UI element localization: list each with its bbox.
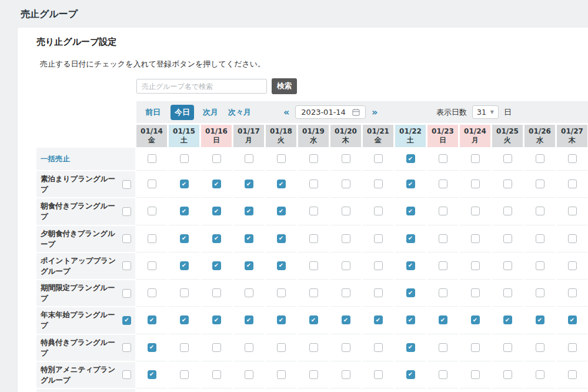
date-checkbox[interactable] [471, 343, 480, 352]
date-checkbox[interactable] [503, 370, 512, 379]
date-checkbox[interactable]: ✔ [406, 370, 415, 379]
date-checkbox[interactable] [536, 234, 544, 243]
date-checkbox[interactable] [471, 207, 480, 215]
date-checkbox[interactable] [471, 261, 480, 270]
search-input[interactable] [136, 79, 267, 94]
date-checkbox[interactable]: ✔ [439, 315, 447, 324]
date-checkbox[interactable]: ✔ [406, 154, 415, 163]
date-checkbox[interactable]: ✔ [212, 315, 221, 324]
date-checkbox[interactable] [536, 180, 544, 188]
date-checkbox[interactable] [342, 288, 350, 297]
next-next-month-link[interactable]: 次々月 [228, 107, 251, 118]
date-checkbox[interactable] [309, 343, 318, 352]
date-checkbox[interactable] [503, 207, 512, 215]
date-checkbox[interactable]: ✔ [471, 315, 480, 324]
date-checkbox[interactable] [309, 154, 318, 163]
date-checkbox[interactable] [148, 154, 156, 163]
date-checkbox[interactable] [568, 154, 577, 163]
row-select-checkbox[interactable] [122, 289, 131, 298]
date-checkbox[interactable]: ✔ [277, 261, 286, 270]
display-days-select[interactable]: 31 ▼ [472, 105, 499, 119]
date-checkbox[interactable]: ✔ [568, 315, 577, 324]
date-checkbox[interactable] [148, 207, 156, 215]
date-checkbox[interactable] [342, 154, 350, 163]
date-checkbox[interactable] [212, 288, 221, 297]
date-checkbox[interactable] [180, 154, 189, 163]
date-checkbox[interactable] [309, 180, 318, 188]
date-checkbox[interactable] [503, 288, 512, 297]
date-checkbox[interactable]: ✔ [245, 315, 253, 324]
date-checkbox[interactable] [277, 288, 286, 297]
date-checkbox[interactable]: ✔ [406, 207, 415, 215]
date-checkbox[interactable] [439, 154, 447, 163]
date-checkbox[interactable]: ✔ [180, 207, 189, 215]
date-checkbox[interactable] [342, 234, 350, 243]
date-checkbox[interactable] [342, 370, 350, 379]
date-checkbox[interactable]: ✔ [277, 234, 286, 243]
date-checkbox[interactable] [439, 370, 447, 379]
date-checkbox[interactable] [374, 207, 383, 215]
date-checkbox[interactable] [536, 261, 544, 270]
chevron-left-icon[interactable]: « [283, 107, 289, 118]
date-checkbox[interactable]: ✔ [212, 261, 221, 270]
date-checkbox[interactable] [439, 261, 447, 270]
date-checkbox[interactable] [342, 207, 350, 215]
date-checkbox[interactable]: ✔ [406, 343, 415, 352]
date-checkbox[interactable] [439, 207, 447, 215]
date-checkbox[interactable] [148, 180, 156, 188]
date-checkbox[interactable]: ✔ [245, 234, 253, 243]
date-checkbox[interactable] [212, 154, 221, 163]
date-checkbox[interactable] [439, 180, 447, 188]
row-select-checkbox[interactable]: ✔ [122, 316, 131, 325]
date-checkbox[interactable] [471, 180, 480, 188]
row-select-checkbox[interactable] [122, 343, 131, 352]
date-checkbox[interactable] [503, 234, 512, 243]
date-checkbox[interactable] [342, 261, 350, 270]
date-checkbox[interactable] [374, 370, 383, 379]
date-checkbox[interactable]: ✔ [148, 315, 156, 324]
date-checkbox[interactable]: ✔ [406, 234, 415, 243]
date-checkbox[interactable]: ✔ [406, 180, 415, 188]
row-select-checkbox[interactable] [122, 261, 131, 270]
date-checkbox[interactable] [503, 180, 512, 188]
date-checkbox[interactable]: ✔ [212, 207, 221, 215]
date-checkbox[interactable] [568, 180, 577, 188]
date-checkbox[interactable] [212, 370, 221, 379]
date-checkbox[interactable] [568, 343, 577, 352]
date-checkbox[interactable] [568, 207, 577, 215]
date-checkbox[interactable]: ✔ [212, 180, 221, 188]
date-checkbox[interactable]: ✔ [277, 315, 286, 324]
date-checkbox[interactable] [309, 370, 318, 379]
date-checkbox[interactable] [536, 288, 544, 297]
date-checkbox[interactable]: ✔ [245, 261, 253, 270]
date-checkbox[interactable] [503, 154, 512, 163]
date-checkbox[interactable] [148, 234, 156, 243]
date-checkbox[interactable] [439, 288, 447, 297]
date-checkbox[interactable]: ✔ [406, 261, 415, 270]
date-checkbox[interactable] [568, 234, 577, 243]
date-checkbox[interactable]: ✔ [180, 180, 189, 188]
date-checkbox[interactable] [277, 370, 286, 379]
date-checkbox[interactable]: ✔ [536, 315, 544, 324]
chevron-right-icon[interactable]: » [372, 107, 377, 118]
date-checkbox[interactable] [180, 370, 189, 379]
date-checkbox[interactable] [309, 234, 318, 243]
date-checkbox[interactable] [245, 343, 253, 352]
date-checkbox[interactable]: ✔ [245, 207, 253, 215]
date-checkbox[interactable] [503, 261, 512, 270]
date-checkbox[interactable] [374, 234, 383, 243]
date-checkbox[interactable] [536, 154, 544, 163]
date-checkbox[interactable] [471, 154, 480, 163]
today-button[interactable]: 今日 [171, 105, 194, 120]
prev-day-link[interactable]: 前日 [145, 107, 161, 118]
next-month-link[interactable]: 次月 [203, 107, 218, 118]
date-checkbox[interactable]: ✔ [342, 315, 350, 324]
date-checkbox[interactable]: ✔ [309, 315, 318, 324]
date-checkbox[interactable] [439, 343, 447, 352]
date-checkbox[interactable] [342, 343, 350, 352]
date-checkbox[interactable] [374, 261, 383, 270]
date-checkbox[interactable] [439, 234, 447, 243]
date-checkbox[interactable] [503, 343, 512, 352]
date-checkbox[interactable]: ✔ [406, 315, 415, 324]
date-checkbox[interactable] [568, 370, 577, 379]
